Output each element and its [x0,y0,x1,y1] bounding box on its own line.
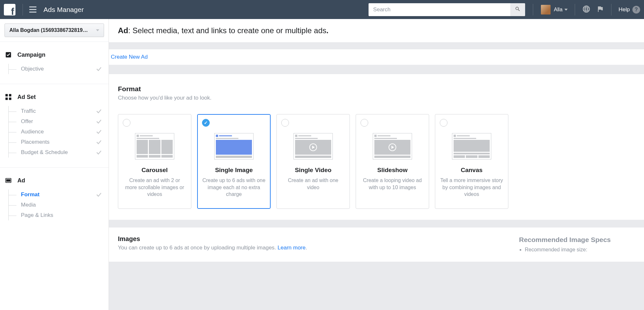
radio-checked-icon [202,119,210,127]
format-option-canvas[interactable]: Canvas Tell a more immersive story by co… [435,114,508,209]
radio-icon [440,119,447,127]
card-desc: Create an ad with one video [281,177,345,191]
check-icon [96,108,102,114]
card-desc: Tell a more immersive story by combining… [440,177,504,198]
format-option-single-image[interactable]: Single Image Create up to 6 ads with one… [197,114,271,209]
single-image-thumb [214,133,254,160]
campaign-label: Campaign [17,52,45,58]
facebook-logo[interactable]: f [4,4,15,15]
campaign-icon [5,51,12,59]
card-title: Slideshow [377,167,408,174]
canvas-thumb [452,133,491,160]
slideshow-thumb [373,133,412,160]
learn-more-link[interactable]: Learn more [278,245,306,251]
single-video-thumb [293,133,333,160]
divider [533,4,533,15]
sidebar-item-label: Budget & Schedule [21,149,96,156]
tab-create-new-ad[interactable]: Create New Ad [111,54,148,60]
sidebar-item-audience[interactable]: Audience [9,127,104,137]
play-icon [309,143,317,151]
sidebar-item-media[interactable]: Media [9,200,104,210]
app-title: Ads Manager [43,6,84,14]
format-title: Format [118,85,635,93]
sidebar-item-traffic[interactable]: Traffic [9,106,104,116]
search-icon [515,6,521,13]
divider [611,4,611,15]
sidebar-item-page-links[interactable]: Page & Links [9,210,104,220]
sidebar-item-format[interactable]: Format [9,189,104,200]
divider [23,4,23,15]
images-section: Images You can create up to 6 ads at onc… [109,228,644,262]
check-icon [96,191,102,198]
format-option-carousel[interactable]: Carousel Create an ad with 2 or more scr… [118,114,191,209]
sidebar-section-adset: Ad Set Traffic Offer Audience Placements [0,84,109,161]
radio-icon [281,119,289,127]
menu-icon[interactable] [27,5,38,15]
main: Ad: Select media, text and links to crea… [109,19,644,310]
chevron-down-icon [96,29,99,31]
sidebar-section-ad: Ad Format Media Page & Links [0,168,109,224]
card-desc: Create up to 6 ads with one image each a… [202,177,266,198]
globe-icon[interactable] [582,5,591,14]
avatar[interactable] [541,5,551,15]
svg-rect-1 [5,94,8,96]
account-selector[interactable]: Alla Bogdan (15693386732819… [5,24,104,37]
images-desc: You can create up to 6 ads at once by up… [118,245,507,251]
sidebar: Alla Bogdan (15693386732819… Campaign Ob… [0,19,109,310]
check-icon [96,129,102,135]
sidebar-item-label: Traffic [21,108,96,114]
top-nav: f Ads Manager Alla Help ? [0,0,644,19]
specs-title: Recommended Image Specs [519,236,635,244]
sidebar-item-label: Offer [21,118,96,125]
help-icon[interactable]: ? [632,6,640,14]
sidebar-item-offer[interactable]: Offer [9,116,104,127]
adset-label: Ad Set [17,94,36,101]
play-icon [389,143,396,151]
card-title: Single Image [215,167,253,174]
format-subtitle: Choose how you'd like your ad to look. [118,95,635,101]
sidebar-item-label: Media [21,202,102,208]
format-option-single-video[interactable]: Single Video Create an ad with one video [276,114,350,209]
adset-icon [5,93,12,101]
chevron-down-icon[interactable] [564,9,568,11]
account-selector-label: Alla Bogdan (15693386732819… [9,27,88,33]
card-desc: Create an ad with 2 or more scrollable i… [123,177,187,198]
carousel-thumb [135,133,174,160]
svg-rect-2 [9,94,11,96]
search-input[interactable] [369,3,510,16]
nav-right: Alla Help ? [525,4,640,15]
search-button[interactable] [510,3,525,16]
sidebar-item-label: Objective [21,66,96,72]
sidebar-item-label: Placements [21,139,96,145]
ad-label: Ad [17,177,25,184]
specs-list: Recommended image size: [519,247,635,253]
radio-icon [123,119,130,127]
check-icon [96,118,102,125]
card-desc: Create a looping video ad with up to 10 … [360,177,424,191]
flag-icon[interactable] [596,5,604,14]
sidebar-item-objective[interactable]: Objective [9,64,104,74]
specs-item: Recommended image size: [525,247,635,253]
svg-rect-4 [9,98,11,100]
card-title: Carousel [141,167,168,174]
sidebar-item-label: Audience [21,129,96,135]
card-title: Single Video [295,167,332,174]
radio-icon [360,119,368,127]
ad-icon [5,177,12,184]
sidebar-item-budget[interactable]: Budget & Schedule [9,147,104,158]
sidebar-item-label: Page & Links [21,212,102,218]
format-option-slideshow[interactable]: Slideshow Create a looping video ad with… [356,114,429,209]
svg-rect-6 [7,179,10,181]
sidebar-section-campaign: Campaign Objective [0,42,109,77]
sidebar-item-placements[interactable]: Placements [9,137,104,147]
svg-rect-3 [5,98,8,100]
check-icon [96,149,102,156]
user-name[interactable]: Alla [554,7,562,13]
check-icon [96,66,102,72]
help-link[interactable]: Help [619,6,630,13]
page-title: Ad: Select media, text and links to crea… [109,19,644,42]
card-title: Canvas [461,167,483,174]
divider [575,4,575,15]
sidebar-item-label: Format [21,191,96,198]
search-box [369,3,525,16]
